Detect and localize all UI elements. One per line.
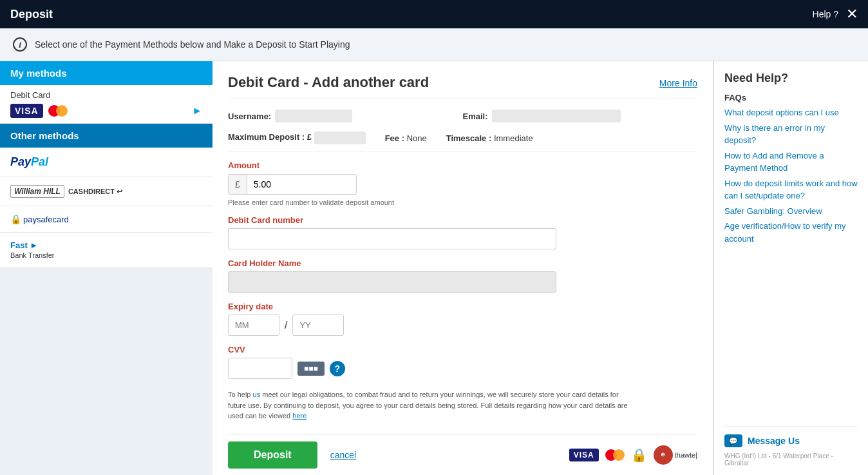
paypal-pay: Pay	[10, 155, 31, 168]
content-header: Debit Card - Add another card More Info	[228, 74, 697, 99]
cashdirect-text: CASHDIRECT ↩	[68, 188, 122, 196]
faq-link-1[interactable]: What deposit options can I use	[724, 106, 858, 119]
cardholder-label: Card Holder Name	[228, 258, 697, 268]
debit-card-label: Debit Card	[10, 90, 202, 100]
legal-us: us	[253, 391, 261, 398]
thawte-logo: ⊕ thawte|	[654, 445, 697, 465]
faq-link-5[interactable]: Safer Gambling: Overview	[724, 205, 858, 218]
paypal-logo: PayPal	[10, 155, 48, 169]
deposit-button[interactable]: Deposit	[228, 441, 317, 469]
amount-input-wrap: £	[228, 174, 357, 195]
expiry-separator: /	[285, 320, 287, 331]
close-icon[interactable]: ✕	[846, 6, 858, 23]
info-icon: i	[13, 37, 27, 52]
message-icon: 💬	[724, 434, 742, 447]
deposit-info-row: Maximum Deposit : £ Fee : None Timescale…	[228, 131, 697, 151]
thawte-circle: ⊕	[654, 445, 673, 465]
sidebar-item-paysafecard[interactable]: 🔒 paysafecard	[0, 206, 212, 233]
max-deposit-label: Maximum Deposit : £	[228, 131, 366, 144]
paypal-pal: Pal	[31, 155, 48, 168]
mc-orange-footer	[613, 449, 625, 461]
williamhill-logo: William HILL CASHDIRECT ↩	[10, 185, 122, 198]
visa-logo: VISA	[10, 104, 43, 118]
faq-link-6[interactable]: Age verification/How to verify my accoun…	[724, 220, 858, 245]
email-label: Email:	[463, 111, 488, 121]
main-layout: My methods Debit Card VISA ► Other metho…	[0, 61, 868, 475]
thawte-icon: ⊕	[661, 452, 665, 458]
faq-link-4[interactable]: How do deposit limits work and how can I…	[724, 177, 858, 202]
cvv-input[interactable]	[228, 358, 292, 379]
email-value	[492, 110, 621, 122]
amount-prefix: £	[229, 175, 247, 194]
williamhill-text: William HILL	[10, 185, 64, 198]
content-title: Debit Card - Add another card	[228, 74, 429, 91]
fastbank-text: Fast ►Bank Transfer	[10, 240, 54, 260]
help-footer: WHG (Int'l) Ltd - 6/1 Waterport Place - …	[724, 452, 858, 467]
topbar-right: Help ? ✕	[813, 6, 858, 23]
sidebar-item-fastbank[interactable]: Fast ►Bank Transfer	[0, 233, 212, 268]
paysafe-text: paysafecard	[23, 215, 69, 224]
mc-logo-footer	[605, 449, 625, 461]
faqs-label: FAQs	[724, 93, 858, 102]
sidebar-item-debit-card[interactable]: Debit Card VISA ►	[0, 85, 212, 124]
other-methods-header: Other methods	[0, 124, 212, 148]
amount-hint: Please enter card number to validate dep…	[228, 199, 697, 206]
mastercard-logo	[48, 105, 68, 117]
help-title: Need Help?	[724, 72, 858, 85]
amount-label: Amount	[228, 160, 697, 170]
username-label: Username:	[228, 111, 271, 121]
paysafe-lock-icon: 🔒	[10, 214, 21, 224]
mc-circle-orange	[56, 105, 68, 117]
legal-text: To help us meet our legal obligations, t…	[228, 389, 634, 422]
fastbank-logo: Fast ►Bank Transfer	[10, 240, 54, 260]
expiry-yy-input[interactable]	[292, 315, 344, 336]
sidebar-item-paypal[interactable]: PayPal	[0, 148, 212, 177]
form-meta: Username: Email:	[228, 110, 697, 122]
help-panel: Need Help? FAQs What deposit options can…	[713, 61, 868, 475]
max-deposit-value	[314, 131, 366, 144]
faq-link-2[interactable]: Why is there an error in my deposit?	[724, 122, 858, 147]
fee-info: Fee : None	[385, 133, 427, 143]
message-us-button[interactable]: 💬 Message Us	[724, 426, 858, 447]
cvv-row: ■■■ ?	[228, 358, 697, 379]
username-value	[275, 110, 352, 122]
payment-logos: VISA 🔒 ⊕ thawte|	[569, 445, 697, 465]
help-label[interactable]: Help ?	[813, 9, 838, 19]
infobar-message: Select one of the Payment Methods below …	[35, 39, 350, 50]
thawte-text: thawte|	[675, 451, 697, 459]
card-logos: VISA	[10, 104, 68, 118]
topbar-title: Deposit	[10, 8, 53, 21]
infobar: i Select one of the Payment Methods belo…	[0, 28, 868, 61]
username-row: Username:	[228, 110, 463, 122]
faq-link-3[interactable]: How to Add and Remove a Payment Method	[724, 150, 858, 175]
email-row: Email:	[463, 110, 698, 122]
card-logos-row: VISA ►	[10, 104, 202, 118]
cvv-card-icon: ■■■	[297, 362, 325, 376]
lock-icon: 🔒	[631, 447, 647, 463]
expiry-mm-input[interactable]	[228, 315, 279, 336]
expiry-label: Expiry date	[228, 302, 697, 311]
topbar: Deposit Help ? ✕	[0, 0, 868, 28]
sidebar-arrow-icon: ►	[192, 105, 202, 117]
form-actions: Deposit cancel VISA 🔒 ⊕ thawte|	[228, 434, 697, 469]
content-area: Debit Card - Add another card More Info …	[212, 61, 713, 475]
expiry-row: /	[228, 315, 697, 336]
card-number-label: Debit Card number	[228, 215, 697, 225]
card-number-input[interactable]	[228, 228, 556, 249]
legal-here-link[interactable]: here	[292, 412, 307, 420]
cvv-help-button[interactable]: ?	[330, 361, 345, 376]
timescale-info: Timescale : Immediate	[446, 133, 533, 143]
my-methods-header: My methods	[0, 61, 212, 85]
more-info-link[interactable]: More Info	[659, 78, 697, 88]
cancel-link[interactable]: cancel	[330, 450, 356, 460]
message-us-label: Message Us	[748, 436, 800, 446]
visa-logo-footer: VISA	[569, 449, 599, 461]
cardholder-input[interactable]	[228, 271, 556, 293]
paysafecard-logo: 🔒 paysafecard	[10, 214, 69, 224]
amount-input[interactable]	[247, 175, 356, 194]
sidebar-item-williamhill[interactable]: William HILL CASHDIRECT ↩	[0, 177, 212, 206]
cvv-label: CVV	[228, 345, 697, 354]
sidebar: My methods Debit Card VISA ► Other metho…	[0, 61, 212, 475]
